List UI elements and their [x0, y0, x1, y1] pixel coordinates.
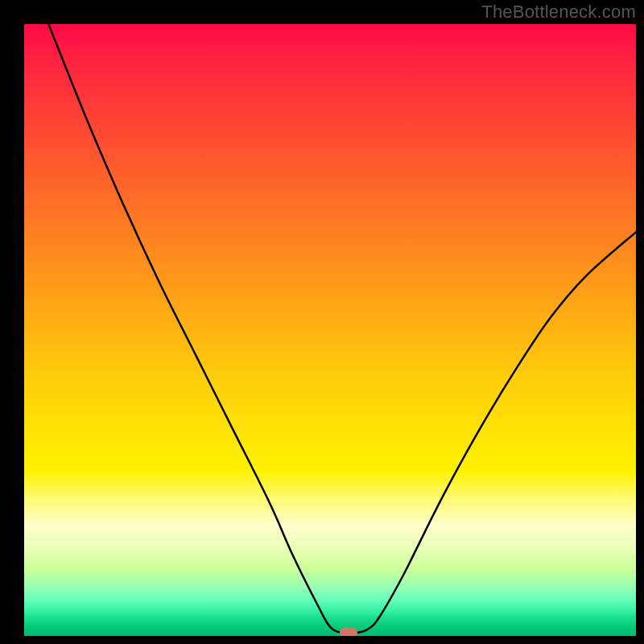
bottleneck-curve: [24, 24, 636, 636]
optimum-marker: [340, 628, 357, 636]
plot-area: [24, 24, 636, 636]
attribution-text: TheBottleneck.com: [481, 2, 636, 23]
